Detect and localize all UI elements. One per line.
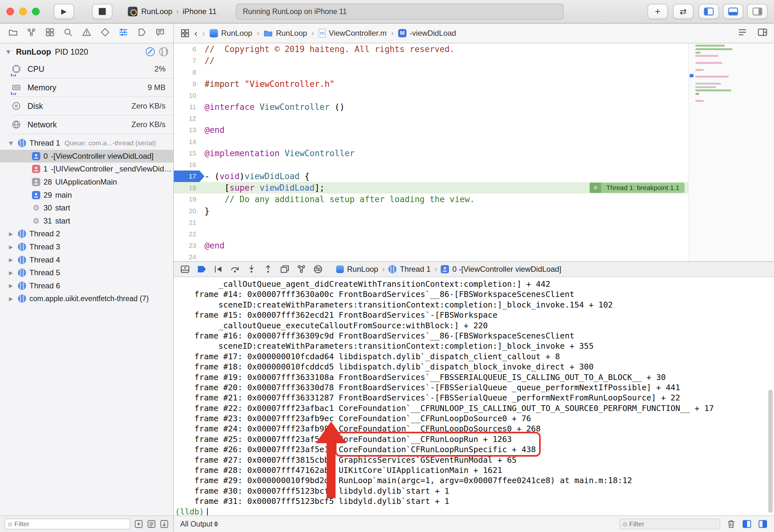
- code-line[interactable]: 11@interface ViewController (): [174, 101, 774, 113]
- code-line[interactable]: 16: [174, 159, 774, 171]
- disclosure-triangle-icon[interactable]: ▼: [6, 49, 12, 55]
- line-number[interactable]: 11: [174, 101, 205, 113]
- thread-row[interactable]: ▶Thread 2: [0, 227, 173, 240]
- code-line[interactable]: 13@end: [174, 124, 774, 136]
- console-filter-field[interactable]: ⊙: [619, 519, 720, 529]
- console-filter-input[interactable]: [629, 520, 717, 528]
- disclosure-triangle-icon[interactable]: ▶: [9, 270, 15, 276]
- line-number[interactable]: 21: [174, 217, 205, 228]
- scheme-selector[interactable]: RunLoop › iPhone 11: [128, 7, 217, 16]
- navigator-filter-field[interactable]: ⊙: [4, 519, 130, 529]
- minimize-window-button[interactable]: [19, 8, 27, 15]
- code-line[interactable]: 24: [174, 251, 774, 261]
- environment-overrides-icon[interactable]: [313, 264, 323, 274]
- line-number[interactable]: 16: [174, 159, 205, 171]
- run-button[interactable]: ▶: [54, 4, 74, 19]
- related-items-icon[interactable]: [180, 28, 190, 38]
- code-line[interactable]: 15@implementation ViewController: [174, 148, 774, 159]
- thread-row[interactable]: ▶com.apple.uikit.eventfetch-thread (7): [0, 292, 173, 305]
- go-forward-button[interactable]: ›: [202, 28, 205, 38]
- debug-bar-item[interactable]: Thread 1: [388, 265, 430, 274]
- lldb-prompt-line[interactable]: (lldb): [175, 507, 774, 515]
- pause-process-icon[interactable]: [146, 47, 155, 56]
- line-number[interactable]: 7: [174, 55, 205, 66]
- step-into-icon[interactable]: [247, 264, 256, 274]
- gauge-row-cpu[interactable]: CPU2%: [11, 60, 173, 79]
- breakpoints-navigator-icon[interactable]: [137, 27, 147, 39]
- disclosure-triangle-icon[interactable]: ▶: [9, 283, 15, 289]
- editor-mode-button[interactable]: ⇄: [673, 4, 694, 19]
- line-number[interactable]: 13: [174, 124, 205, 136]
- navigator-filter-input[interactable]: [14, 520, 127, 528]
- jump-bar-item[interactable]: mViewController.m: [319, 29, 387, 38]
- debug-navigator-icon[interactable]: [118, 27, 128, 39]
- code-line[interactable]: 22: [174, 228, 774, 240]
- code-line[interactable]: 10: [174, 90, 774, 101]
- scheme-name[interactable]: RunLoop: [141, 7, 172, 16]
- disclosure-triangle-icon[interactable]: ▼: [9, 140, 15, 146]
- line-number[interactable]: 12: [174, 113, 205, 124]
- debug-bar-item[interactable]: RunLoop: [336, 265, 378, 274]
- reports-navigator-icon[interactable]: [155, 27, 165, 39]
- line-number[interactable]: 8: [174, 66, 205, 78]
- jump-bar-item[interactable]: RunLoop: [264, 29, 307, 38]
- line-number[interactable]: 22: [174, 228, 205, 240]
- editor-options-icon[interactable]: [738, 28, 747, 38]
- tests-navigator-icon[interactable]: [100, 27, 110, 39]
- line-number[interactable]: 19: [174, 194, 205, 205]
- line-number[interactable]: 18: [174, 182, 205, 194]
- show-paused-threads-icon[interactable]: [134, 520, 143, 528]
- code-line[interactable]: 18 [super viewDidLoad];≡Thread 1: breakp…: [174, 182, 774, 194]
- toggle-debug-area-button[interactable]: [723, 4, 743, 19]
- stop-button[interactable]: [92, 4, 112, 19]
- jump-bar-item[interactable]: M-viewDidLoad: [398, 29, 456, 38]
- jump-bar-item[interactable]: RunLoop: [210, 29, 252, 38]
- code-line[interactable]: 6// Copyright © 2019 haiteng. All rights…: [174, 43, 774, 55]
- output-scope-popup[interactable]: All Output: [180, 520, 218, 528]
- toggle-console-view-icon[interactable]: [758, 520, 768, 528]
- continue-icon[interactable]: [214, 264, 223, 274]
- stack-frame-row[interactable]: 0-[ViewController viewDidLoad]: [0, 150, 173, 163]
- stack-frame-row[interactable]: ⚙31start: [0, 215, 173, 228]
- line-number[interactable]: 15: [174, 148, 205, 159]
- thread-row[interactable]: ▶Thread 3: [0, 240, 173, 254]
- line-number[interactable]: 9: [174, 78, 205, 90]
- code-line[interactable]: 21: [174, 217, 774, 228]
- gauge-row-memory[interactable]: Memory9 MB: [11, 79, 173, 97]
- zoom-window-button[interactable]: [32, 8, 40, 15]
- process-row[interactable]: ▼ RunLoop PID 1020: [0, 43, 173, 60]
- thread-row[interactable]: ▶Thread 4: [0, 253, 173, 266]
- code-line[interactable]: 20}: [174, 205, 774, 217]
- line-number[interactable]: 24: [174, 251, 205, 261]
- disclosure-triangle-icon[interactable]: ▶: [9, 231, 15, 237]
- toggle-navigator-button[interactable]: [699, 4, 719, 19]
- disclosure-triangle-icon[interactable]: ▶: [9, 296, 15, 302]
- activate-breakpoints-icon[interactable]: [197, 264, 207, 274]
- line-number[interactable]: 10: [174, 90, 205, 101]
- step-out-icon[interactable]: [263, 264, 273, 274]
- project-navigator-icon[interactable]: [8, 27, 18, 39]
- code-line[interactable]: 12: [174, 113, 774, 124]
- symbols-navigator-icon[interactable]: [45, 27, 55, 39]
- code-line[interactable]: 9#import "ViewController.h": [174, 78, 774, 90]
- add-editor-icon[interactable]: [757, 28, 768, 38]
- close-window-button[interactable]: [6, 8, 14, 15]
- stack-frame-row[interactable]: 29main: [0, 188, 173, 201]
- view-hierarchy-icon[interactable]: [280, 264, 290, 274]
- source-editor[interactable]: 6// Copyright © 2019 haiteng. All rights…: [174, 43, 774, 261]
- stack-frame-row[interactable]: ⚙30start: [0, 201, 173, 215]
- code-line[interactable]: 7//: [174, 55, 774, 66]
- find-navigator-icon[interactable]: [63, 27, 73, 39]
- breakpoint-indicator[interactable]: 17: [174, 171, 205, 182]
- code-line[interactable]: 8: [174, 66, 774, 78]
- thread-row-1[interactable]: ▼Thread 1Queue: com.a...-thread (serial): [0, 137, 173, 150]
- disclosure-triangle-icon[interactable]: ▶: [9, 257, 15, 263]
- line-number[interactable]: 23: [174, 240, 205, 251]
- line-number[interactable]: 6: [174, 43, 205, 55]
- debug-bar-item[interactable]: 0 -[ViewController viewDidLoad]: [441, 265, 561, 274]
- disclosure-triangle-icon[interactable]: ▶: [9, 244, 15, 250]
- memory-graph-icon[interactable]: [297, 264, 306, 274]
- code-line[interactable]: 17- (void)viewDidLoad {: [174, 171, 774, 182]
- stack-depth-icon[interactable]: [160, 520, 169, 528]
- gauge-row-disk[interactable]: DiskZero KB/s: [11, 97, 173, 116]
